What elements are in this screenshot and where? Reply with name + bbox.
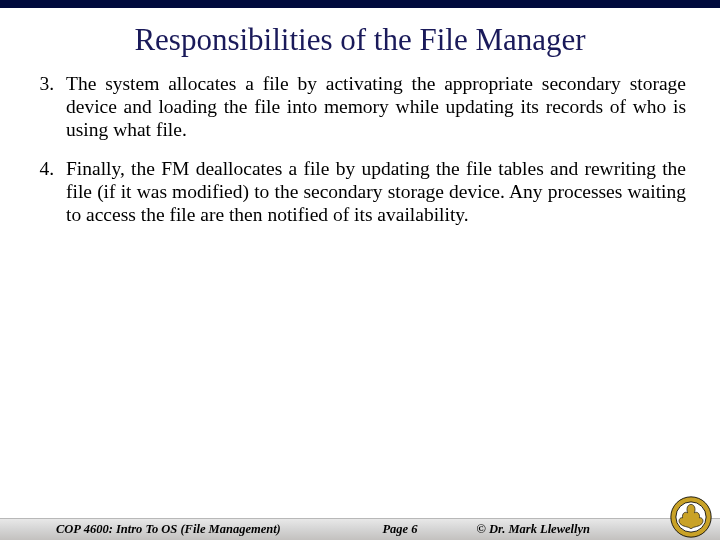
footer-page: Page 6 (40, 522, 720, 537)
slide-footer: COP 4600: Intro To OS (File Management) … (0, 494, 720, 540)
item-number: 3. (34, 72, 60, 141)
footer-text: COP 4600: Intro To OS (File Management) … (0, 518, 720, 540)
list-item: 3. The system allocates a file by activa… (34, 72, 686, 141)
footer-author: © Dr. Mark Llewellyn (476, 522, 590, 537)
list-item: 4. Finally, the FM deallocates a file by… (34, 157, 686, 226)
item-text: The system allocates a file by activatin… (60, 72, 686, 141)
item-number: 4. (34, 157, 60, 226)
slide-title: Responsibilities of the File Manager (0, 8, 720, 66)
item-text: Finally, the FM deallocates a file by up… (60, 157, 686, 226)
ucf-logo-icon (670, 496, 712, 538)
slide-body: 3. The system allocates a file by activa… (0, 66, 720, 226)
